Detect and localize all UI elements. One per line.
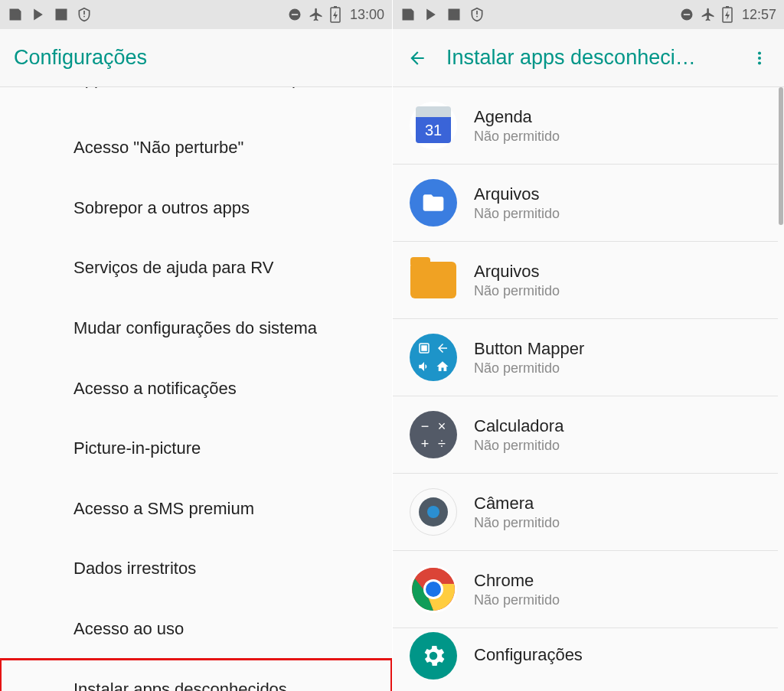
settings-item-label: Sobrepor a outros apps — [74, 198, 250, 218]
calculator-icon: −×+÷ — [410, 411, 457, 458]
settings-item-admin-apps[interactable]: Apps de administrador de dispositivo — [0, 87, 392, 118]
files-icon — [410, 179, 457, 227]
calendar-icon: 31 — [410, 102, 457, 149]
svg-rect-1 — [292, 14, 298, 15]
image-icon — [446, 7, 462, 22]
settings-item-premium-sms[interactable]: Acesso a SMS premium — [0, 479, 392, 539]
svg-point-10 — [758, 61, 761, 64]
app-item-chrome[interactable]: Chrome Não permitido — [393, 551, 778, 628]
back-button[interactable] — [407, 47, 428, 69]
status-bar: 12:57 — [393, 0, 784, 29]
settings-item-label: Mudar configurações do sistema — [74, 318, 317, 338]
settings-item-label: Acesso "Não perturbe" — [74, 138, 243, 158]
settings-item-label: Acesso ao uso — [74, 619, 184, 639]
app-status: Não permitido — [474, 592, 560, 608]
svg-rect-7 — [726, 6, 729, 8]
page-title: Configurações — [14, 46, 378, 70]
app-name: Calculadora — [474, 416, 564, 436]
app-status: Não permitido — [474, 438, 564, 454]
settings-item-usage-access[interactable]: Acesso ao uso — [0, 599, 392, 660]
app-item-arquivos-1[interactable]: Arquivos Não permitido — [393, 165, 778, 242]
play-store-icon — [423, 7, 439, 22]
gear-icon — [410, 632, 457, 680]
settings-item-label: Apps de administrador de dispositivo — [74, 87, 349, 89]
settings-item-label: Acesso a SMS premium — [74, 499, 254, 519]
settings-item-label: Picture-in-picture — [74, 438, 201, 458]
notification-icon — [8, 7, 23, 22]
status-bar: 13:00 — [0, 0, 392, 29]
shield-alert-icon — [469, 7, 485, 22]
left-screenshot: 13:00 Configurações Apps de administrado… — [0, 0, 392, 691]
battery-icon — [722, 6, 733, 23]
app-name: Arquivos — [474, 262, 560, 282]
svg-rect-12 — [421, 345, 427, 351]
dnd-icon — [679, 7, 694, 22]
app-item-calculadora[interactable]: −×+÷ Calculadora Não permitido — [393, 396, 778, 474]
settings-item-vr-helper[interactable]: Serviços de ajuda para RV — [0, 238, 392, 298]
notification-icon — [400, 7, 416, 22]
right-screenshot: 12:57 Instalar apps desconheci… 31 Agend… — [392, 0, 784, 691]
app-name: Arquivos — [474, 184, 560, 204]
overflow-menu-button[interactable] — [749, 47, 770, 69]
svg-rect-5 — [684, 14, 690, 15]
button-mapper-icon — [410, 334, 457, 381]
app-item-button-mapper[interactable]: Button Mapper Não permitido — [393, 319, 778, 396]
settings-item-notification-access[interactable]: Acesso a notificações — [0, 358, 392, 419]
install-unknown-header: Instalar apps desconheci… — [393, 29, 784, 87]
settings-item-install-unknown[interactable]: Instalar apps desconhecidos — [0, 659, 392, 691]
svg-point-15 — [426, 582, 441, 597]
scrollbar[interactable] — [779, 87, 783, 691]
battery-icon — [330, 6, 341, 23]
svg-point-9 — [758, 56, 761, 59]
app-status: Não permitido — [474, 515, 560, 531]
app-name: Chrome — [474, 571, 560, 591]
app-status: Não permitido — [474, 206, 560, 222]
image-icon — [54, 7, 69, 22]
airplane-icon — [701, 7, 716, 22]
app-item-agenda[interactable]: 31 Agenda Não permitido — [393, 87, 778, 165]
settings-item-label: Dados irrestritos — [74, 559, 196, 579]
app-name: Agenda — [474, 107, 560, 127]
more-vert-icon — [751, 50, 768, 67]
settings-item-modify-system[interactable]: Mudar configurações do sistema — [0, 298, 392, 359]
settings-item-label: Instalar apps desconhecidos — [74, 680, 287, 691]
settings-item-label: Serviços de ajuda para RV — [74, 258, 273, 278]
dnd-icon — [287, 7, 302, 22]
settings-item-unrestricted-data[interactable]: Dados irrestritos — [0, 539, 392, 599]
app-name: Button Mapper — [474, 339, 584, 359]
app-status: Não permitido — [474, 129, 560, 145]
app-status: Não permitido — [474, 283, 560, 299]
app-name: Câmera — [474, 494, 560, 513]
airplane-icon — [309, 7, 324, 22]
app-item-configuracoes[interactable]: Configurações — [393, 628, 778, 683]
app-list[interactable]: 31 Agenda Não permitido Arquivos Não per… — [393, 87, 784, 691]
play-store-icon — [31, 7, 46, 22]
app-status: Não permitido — [474, 360, 584, 376]
camera-icon — [410, 488, 457, 536]
settings-item-label: Acesso a notificações — [74, 379, 237, 399]
app-item-arquivos-2[interactable]: Arquivos Não permitido — [393, 242, 778, 319]
page-title: Instalar apps desconheci… — [446, 46, 730, 70]
svg-point-8 — [758, 51, 761, 54]
shield-alert-icon — [77, 7, 92, 22]
folder-icon — [410, 256, 457, 304]
clock: 13:00 — [350, 7, 384, 23]
settings-list[interactable]: Apps de administrador de dispositivo Ace… — [0, 87, 392, 691]
chrome-icon — [410, 566, 457, 613]
app-item-camera[interactable]: Câmera Não permitido — [393, 474, 778, 551]
clock: 12:57 — [742, 7, 776, 23]
app-name: Configurações — [474, 645, 583, 665]
svg-rect-3 — [334, 6, 337, 8]
settings-header: Configurações — [0, 29, 392, 87]
scrollbar-thumb[interactable] — [779, 87, 783, 225]
settings-item-dnd-access[interactable]: Acesso "Não perturbe" — [0, 118, 392, 178]
arrow-left-icon — [407, 48, 427, 68]
settings-item-overlay[interactable]: Sobrepor a outros apps — [0, 178, 392, 239]
settings-item-pip[interactable]: Picture-in-picture — [0, 419, 392, 479]
